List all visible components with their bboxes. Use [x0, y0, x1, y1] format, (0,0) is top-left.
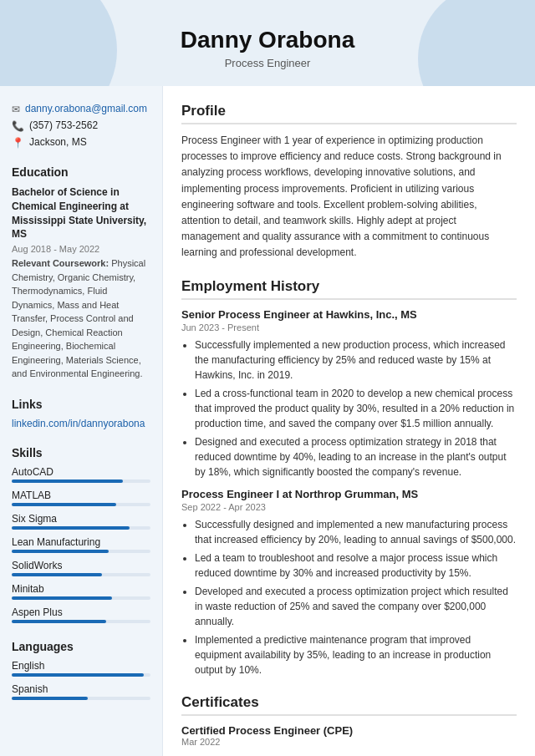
- skill-bar-bg: [12, 526, 150, 530]
- skill-item: Lean Manufacturing: [12, 536, 150, 553]
- languages-label: Languages: [12, 640, 150, 653]
- skill-bar-bg: [12, 550, 150, 553]
- skill-label: Lean Manufacturing: [12, 536, 150, 548]
- skill-label: Six Sigma: [12, 513, 150, 525]
- cert-entry: Lean Six Sigma Certification Aug 2020: [181, 753, 517, 757]
- coursework-text: Physical Chemistry, Organic Chemistry, T…: [12, 258, 145, 378]
- header-title: Process Engineer: [17, 57, 518, 69]
- skills-list: AutoCAD MATLAB Six Sigma Lean Manufactur…: [12, 466, 150, 623]
- skill-bar-fill: [12, 596, 112, 600]
- skill-item: SolidWorks: [12, 560, 150, 576]
- header-name: Danny Orabona: [17, 27, 518, 53]
- header: Danny Orabona Process Engineer: [0, 0, 535, 86]
- cert-date: Mar 2022: [181, 737, 517, 747]
- main-content: Profile Process Engineer with 1 year of …: [163, 86, 535, 756]
- cert-title: Certified Process Engineer (CPE): [181, 724, 517, 737]
- sidebar: ✉ danny.orabona@gmail.com 📞 (357) 753-25…: [0, 86, 163, 756]
- linkedin-link[interactable]: linkedin.com/in/dannyorabona: [12, 418, 150, 429]
- skill-bar-fill: [12, 526, 130, 530]
- skill-bar-bg: [12, 503, 150, 506]
- skill-bar-fill: [12, 503, 116, 506]
- job-bullet: Designed and executed a process optimiza…: [195, 434, 517, 479]
- language-bar-bg: [12, 697, 150, 700]
- employment-section: Employment History Senior Process Engine…: [181, 278, 517, 677]
- links-label: Links: [12, 398, 150, 411]
- languages-list: English Spanish: [12, 660, 150, 700]
- job-title: Senior Process Engineer at Hawkins, Inc.…: [181, 308, 517, 321]
- cert-entry: Certified Process Engineer (CPE) Mar 202…: [181, 724, 517, 747]
- edu-dates: Aug 2018 - May 2022: [12, 244, 150, 254]
- edu-coursework: Relevant Coursework: Physical Chemistry,…: [12, 256, 150, 381]
- skill-item: Six Sigma: [12, 513, 150, 530]
- skill-item: Minitab: [12, 583, 150, 600]
- profile-section-title: Profile: [181, 103, 517, 124]
- certificates-section-title: Certificates: [181, 694, 517, 716]
- language-label: Spanish: [12, 683, 150, 695]
- job-bullet: Led a cross-functional team in 2020 to d…: [195, 386, 517, 431]
- skill-bar-bg: [12, 573, 150, 576]
- job-dates: Sep 2022 - Apr 2023: [181, 502, 517, 512]
- skill-bar-fill: [12, 620, 106, 623]
- contact-phone: 📞 (357) 753-2562: [12, 119, 150, 132]
- skill-bar-bg: [12, 620, 150, 623]
- links-section: Links linkedin.com/in/dannyorabona: [12, 398, 150, 429]
- skill-label: Minitab: [12, 583, 150, 595]
- email-icon: ✉: [12, 104, 20, 115]
- location-icon: 📍: [12, 137, 24, 149]
- education-section: Education Bachelor of Science in Chemica…: [12, 165, 150, 381]
- linkedin-url[interactable]: linkedin.com/in/dannyorabona: [12, 418, 145, 429]
- language-item: Spanish: [12, 683, 150, 700]
- profile-text: Process Engineer with 1 year of experien…: [181, 133, 517, 261]
- skills-label: Skills: [12, 446, 150, 459]
- body-layout: ✉ danny.orabona@gmail.com 📞 (357) 753-25…: [0, 86, 535, 756]
- job-title: Process Engineer I at Northrop Grumman, …: [181, 488, 517, 500]
- contact-location: 📍 Jackson, MS: [12, 136, 150, 149]
- job-dates: Jun 2023 - Present: [181, 322, 517, 332]
- edu-degree: Bachelor of Science in Chemical Engineer…: [12, 185, 150, 241]
- job-bullets: Successfully implemented a new productio…: [181, 337, 517, 479]
- job-entry: Process Engineer I at Northrop Grumman, …: [181, 488, 517, 677]
- skill-label: AutoCAD: [12, 466, 150, 478]
- job-bullet: Implemented a predictive maintenance pro…: [195, 632, 517, 677]
- language-item: English: [12, 660, 150, 677]
- skill-bar-fill: [12, 573, 102, 576]
- skill-label: Aspen Plus: [12, 606, 150, 618]
- email-text: danny.orabona@gmail.com: [25, 103, 147, 114]
- skill-bar-bg: [12, 479, 150, 483]
- skill-bar-bg: [12, 596, 150, 600]
- profile-section: Profile Process Engineer with 1 year of …: [181, 103, 517, 261]
- phone-text: (357) 753-2562: [29, 119, 98, 131]
- contact-email: ✉ danny.orabona@gmail.com: [12, 103, 150, 115]
- job-bullet: Successfully implemented a new productio…: [195, 337, 517, 383]
- job-bullet: Led a team to troubleshoot and resolve a…: [195, 551, 517, 581]
- languages-section: Languages English Spanish: [12, 640, 150, 700]
- education-label: Education: [12, 165, 150, 179]
- job-entry: Senior Process Engineer at Hawkins, Inc.…: [181, 308, 517, 479]
- skill-item: Aspen Plus: [12, 606, 150, 623]
- language-bar-fill: [12, 673, 144, 677]
- skill-label: SolidWorks: [12, 560, 150, 571]
- skills-section: Skills AutoCAD MATLAB Six Sigma Lean Man…: [12, 446, 150, 623]
- skill-item: MATLAB: [12, 490, 150, 506]
- language-bar-bg: [12, 673, 150, 677]
- phone-icon: 📞: [12, 120, 24, 132]
- certificates-section: Certificates Certified Process Engineer …: [181, 694, 517, 757]
- skill-bar-fill: [12, 479, 123, 483]
- skill-bar-fill: [12, 550, 109, 553]
- skill-label: MATLAB: [12, 490, 150, 501]
- job-bullet: Developed and executed a process optimiz…: [195, 584, 517, 629]
- job-bullet: Successfully designed and implemented a …: [195, 517, 517, 547]
- skill-item: AutoCAD: [12, 466, 150, 483]
- language-label: English: [12, 660, 150, 672]
- contact-section: ✉ danny.orabona@gmail.com 📞 (357) 753-25…: [12, 103, 150, 149]
- location-text: Jackson, MS: [29, 136, 87, 148]
- jobs-list: Senior Process Engineer at Hawkins, Inc.…: [181, 308, 517, 677]
- employment-section-title: Employment History: [181, 278, 517, 300]
- cert-title: Lean Six Sigma Certification: [181, 753, 517, 757]
- coursework-label: Relevant Coursework:: [12, 258, 109, 268]
- job-bullets: Successfully designed and implemented a …: [181, 517, 517, 677]
- language-bar-fill: [12, 697, 88, 700]
- certs-list: Certified Process Engineer (CPE) Mar 202…: [181, 724, 517, 757]
